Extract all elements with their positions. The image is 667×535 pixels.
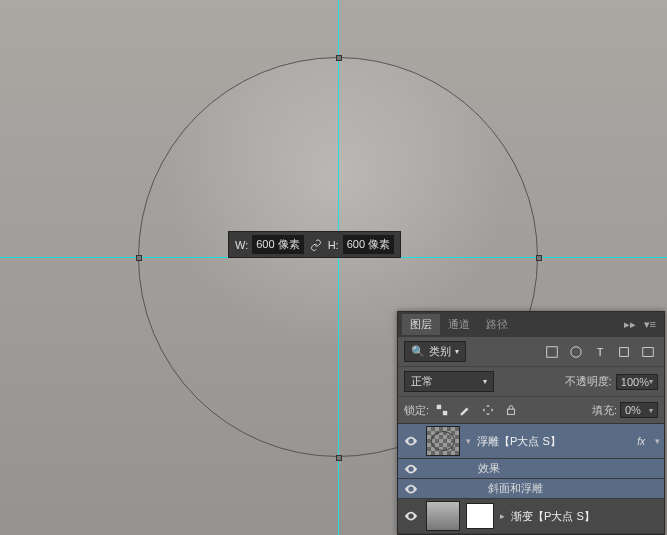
- anchor-top[interactable]: [336, 55, 342, 61]
- expand-icon[interactable]: ▸: [500, 511, 505, 521]
- layer-thumbnail[interactable]: [426, 426, 460, 456]
- eye-icon[interactable]: [402, 511, 420, 521]
- layers-panel: 图层 通道 路径 ▸▸ ▾≡ 🔍 类别 ▾ T 正常 ▾ 不透明度: 100%▾…: [397, 311, 665, 535]
- width-label: W:: [235, 239, 248, 251]
- chevron-down-icon: ▾: [483, 377, 487, 386]
- lock-row: 锁定: 填充: 0%▾: [398, 397, 664, 424]
- effect-bevel-row[interactable]: 斜面和浮雕: [398, 479, 664, 499]
- svg-rect-0: [547, 346, 558, 357]
- height-label: H:: [328, 239, 339, 251]
- lock-transparent-icon[interactable]: [432, 401, 452, 419]
- chevron-down-icon: ▾: [649, 377, 653, 386]
- chevron-down-icon: ▾: [649, 406, 653, 415]
- fill-label: 填充:: [592, 403, 617, 418]
- expand-icon[interactable]: ▾: [466, 436, 471, 446]
- collapse-icon[interactable]: ▸▸: [620, 318, 640, 331]
- filter-type-icon[interactable]: T: [590, 343, 610, 361]
- layer-row[interactable]: ▸ 渐变【P大点 S】: [398, 499, 664, 534]
- filter-adjust-icon[interactable]: [566, 343, 586, 361]
- eye-icon[interactable]: [402, 484, 420, 494]
- link-icon[interactable]: [308, 238, 324, 252]
- layer-row[interactable]: ▾ 浮雕【P大点 S】 fx ▾: [398, 424, 664, 459]
- height-value[interactable]: 600 像素: [343, 235, 394, 254]
- layer-mask-thumbnail[interactable]: [466, 503, 494, 529]
- blend-mode-dropdown[interactable]: 正常 ▾: [404, 371, 494, 392]
- opacity-label: 不透明度:: [565, 374, 612, 389]
- width-value[interactable]: 600 像素: [252, 235, 303, 254]
- effect-bevel-label: 斜面和浮雕: [488, 481, 543, 496]
- svg-rect-2: [620, 347, 629, 356]
- panel-tabs: 图层 通道 路径 ▸▸ ▾≡: [398, 312, 664, 337]
- blend-row: 正常 ▾ 不透明度: 100%▾: [398, 367, 664, 397]
- anchor-left[interactable]: [136, 255, 142, 261]
- svg-rect-5: [443, 411, 447, 415]
- blend-mode-value: 正常: [411, 374, 433, 389]
- tab-paths[interactable]: 路径: [478, 314, 516, 335]
- filter-pixel-icon[interactable]: [542, 343, 562, 361]
- effects-row[interactable]: 效果: [398, 459, 664, 479]
- lock-brush-icon[interactable]: [455, 401, 475, 419]
- fx-expand-icon[interactable]: ▾: [655, 436, 660, 446]
- filter-kind-dropdown[interactable]: 🔍 类别 ▾: [404, 341, 466, 362]
- svg-point-1: [571, 346, 582, 357]
- filter-smart-icon[interactable]: [638, 343, 658, 361]
- layer-thumbnail[interactable]: [426, 501, 460, 531]
- eye-icon[interactable]: [402, 436, 420, 446]
- lock-move-icon[interactable]: [478, 401, 498, 419]
- filter-row: 🔍 类别 ▾ T: [398, 337, 664, 367]
- opacity-value[interactable]: 100%▾: [616, 374, 658, 390]
- anchor-right[interactable]: [536, 255, 542, 261]
- tab-channels[interactable]: 通道: [440, 314, 478, 335]
- layer-name[interactable]: 浮雕【P大点 S】: [477, 434, 631, 449]
- svg-rect-4: [437, 405, 441, 409]
- filter-shape-icon[interactable]: [614, 343, 634, 361]
- fill-value[interactable]: 0%▾: [620, 402, 658, 418]
- fx-badge[interactable]: fx: [637, 436, 649, 447]
- chevron-down-icon: ▾: [455, 347, 459, 356]
- search-icon: 🔍: [411, 345, 425, 358]
- anchor-bottom[interactable]: [336, 455, 342, 461]
- filter-kind-label: 类别: [429, 344, 451, 359]
- panel-menu-icon[interactable]: ▾≡: [640, 318, 660, 331]
- svg-rect-6: [508, 409, 515, 414]
- tab-layers[interactable]: 图层: [402, 314, 440, 335]
- eye-icon[interactable]: [402, 464, 420, 474]
- layer-name[interactable]: 渐变【P大点 S】: [511, 509, 660, 524]
- layers-list: ▾ 浮雕【P大点 S】 fx ▾ 效果 斜面和浮雕 ▸ 渐变【P大点 S】: [398, 424, 664, 534]
- transform-readout: W: 600 像素 H: 600 像素: [228, 231, 401, 258]
- effects-label: 效果: [478, 461, 500, 476]
- lock-label: 锁定:: [404, 403, 429, 418]
- svg-rect-3: [643, 347, 654, 356]
- lock-all-icon[interactable]: [501, 401, 521, 419]
